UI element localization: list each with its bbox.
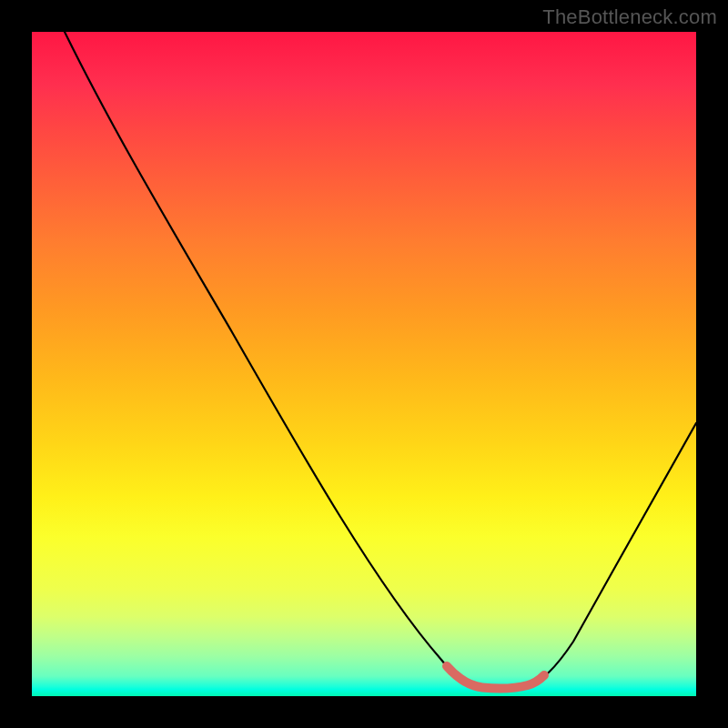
chart-frame: TheBottleneck.com xyxy=(0,0,728,728)
optimal-range-highlight xyxy=(32,32,696,696)
watermark-text: TheBottleneck.com xyxy=(542,5,717,29)
